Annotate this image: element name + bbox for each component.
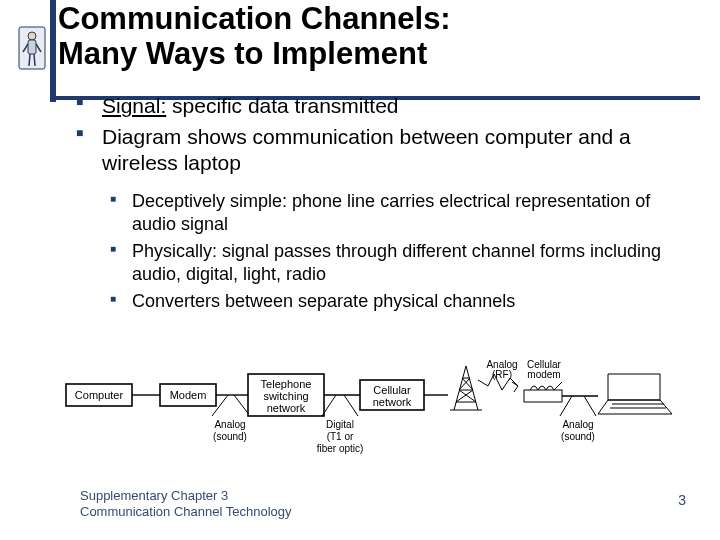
svg-line-29 [554,382,562,390]
bullet-item: Signal: specific data transmitted [76,93,680,119]
box-telephone-3: network [267,402,306,414]
link-analog-2a: Analog [562,419,593,430]
title-line-1: Communication Channels: [58,1,451,36]
link-analog-1a: Analog [214,419,245,430]
network-diagram: Computer Modem Analog (sound) Telephone … [64,360,674,468]
svg-line-19 [454,366,466,410]
bullet-text: specific data transmitted [166,94,398,117]
page-number: 3 [678,492,686,508]
bullet-item: Diagram shows communication between comp… [76,124,680,177]
svg-marker-35 [598,400,672,414]
slide-title: Communication Channels: Many Ways to Imp… [58,2,720,71]
link-analog-2b: (sound) [561,431,595,442]
link-digital-3: fiber optic) [317,443,364,454]
bullet-item: Deceptively simple: phone line carries e… [110,190,680,236]
bullet-text: Converters between separate physical cha… [132,291,515,311]
bullet-lead: Signal: [102,94,166,117]
body: Signal: specific data transmitted Diagra… [0,71,720,313]
box-telephone-1: Telephone [261,378,312,390]
bullet-list-level-1: Signal: specific data transmitted Diagra… [76,93,680,176]
box-telephone-2: switching [263,390,308,402]
link-analog-1b: (sound) [213,431,247,442]
link-digital-2: (T1 or [327,431,354,442]
bullet-item: Physically: signal passes through differ… [110,240,680,286]
bullet-text: Physically: signal passes through differ… [132,241,661,284]
svg-rect-30 [524,390,562,402]
link-digital-1: Digital [326,419,354,430]
svg-line-33 [584,396,596,416]
tower-icon [450,366,482,410]
footer-line-1: Supplementary Chapter 3 [80,488,228,503]
cellular-modem-icon [524,382,562,402]
box-cellular-1: Cellular [373,384,411,396]
svg-line-16 [344,395,358,416]
slide: Communication Channels: Many Ways to Imp… [0,0,720,540]
box-modem: Modem [170,389,207,401]
bullet-item: Converters between separate physical cha… [110,290,680,313]
box-cellular-2: network [373,396,412,408]
svg-line-20 [466,366,478,410]
title-line-2: Many Ways to Implement [58,36,427,71]
footer-line-2: Communication Channel Technology [80,504,292,519]
footer: Supplementary Chapter 3 Communication Ch… [80,488,292,521]
link-rf-2: (RF) [492,369,512,380]
bullet-text: Deceptively simple: phone line carries e… [132,191,650,234]
header: Communication Channels: Many Ways to Imp… [0,0,720,71]
box-cellmodem-2: modem [527,369,560,380]
bullet-list-level-2: Deceptively simple: phone line carries e… [110,190,680,313]
svg-marker-34 [608,374,660,400]
box-computer: Computer [75,389,124,401]
bullet-text: Diagram shows communication between comp… [102,125,631,174]
laptop-icon [598,374,672,414]
